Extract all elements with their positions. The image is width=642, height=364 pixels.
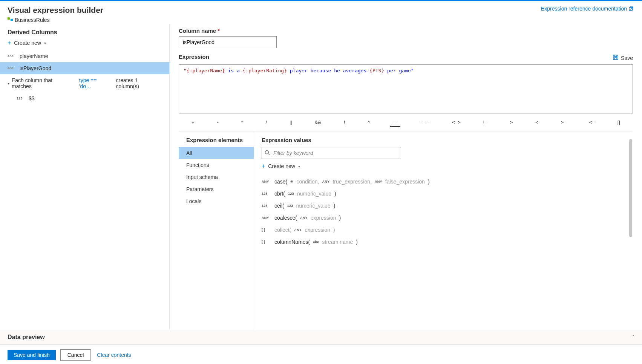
param-name: true_expression,: [332, 179, 372, 185]
pattern-child-item[interactable]: 123 $$: [0, 92, 169, 104]
expression-editor[interactable]: "{:playerName} is a {:playerRating} play…: [179, 64, 633, 113]
op-lt[interactable]: <: [533, 119, 541, 127]
filter-input[interactable]: [262, 147, 401, 159]
fn-name: ceil(: [274, 203, 284, 209]
data-preview-bar[interactable]: Data preview ˄: [0, 330, 642, 344]
header: Visual expression builder BusinessRules …: [0, 1, 642, 24]
param-type: ANY: [375, 180, 382, 184]
type-badge-abc: abc: [8, 66, 16, 70]
param-type: abc: [313, 240, 319, 244]
pattern-prefix: Each column that matches: [12, 77, 73, 89]
op-or[interactable]: ||: [287, 119, 294, 127]
svg-line-4: [268, 154, 270, 155]
fn-name: columnNames(: [274, 239, 310, 245]
pattern-suffix: creates 1 column(s): [116, 77, 162, 89]
external-link-icon: [629, 6, 634, 11]
clear-contents-button[interactable]: Clear contents: [97, 352, 131, 358]
data-preview-title: Data preview: [8, 334, 45, 341]
plus-icon: +: [262, 163, 265, 170]
op-and[interactable]: &&: [313, 119, 323, 127]
doc-link-label: Expression reference documentation: [541, 6, 627, 12]
chevron-down-icon: ▾: [298, 164, 300, 168]
param-type: ✳: [290, 180, 293, 184]
op-gt[interactable]: >: [508, 119, 515, 127]
plus-icon: +: [8, 40, 11, 46]
param-type: ANY: [294, 228, 302, 232]
save-label: Save: [621, 55, 633, 61]
save-icon: [613, 54, 619, 61]
caret-down-icon: ▾: [8, 81, 9, 86]
op-ge[interactable]: >=: [559, 119, 569, 127]
op-not[interactable]: !: [342, 119, 348, 127]
op-eqeq[interactable]: ===: [418, 119, 432, 127]
expression-elements-panel: Expression elements All Functions Input …: [179, 132, 254, 330]
element-functions[interactable]: Functions: [179, 159, 254, 171]
return-type-badge: [ ]: [262, 240, 271, 244]
op-plus[interactable]: +: [189, 119, 197, 127]
create-new-column[interactable]: + Create new ▾: [0, 38, 169, 50]
fn-name: collect(: [274, 227, 291, 233]
value-item-case[interactable]: ANYcase(✳ condition, ANY true_expression…: [262, 176, 625, 188]
derived-columns-title: Derived Columns: [0, 28, 169, 38]
elements-title: Expression elements: [179, 137, 254, 147]
column-item-isPlayerGood[interactable]: abc isPlayerGood: [0, 62, 169, 74]
doc-link[interactable]: Expression reference documentation: [541, 6, 634, 12]
chevron-up-icon[interactable]: ˄: [632, 335, 634, 340]
value-item-columnNames[interactable]: [ ]columnNames(abc stream name): [262, 236, 625, 248]
element-parameters[interactable]: Parameters: [179, 183, 254, 195]
param-name: expression: [305, 227, 330, 233]
column-name-input[interactable]: [179, 36, 277, 48]
pattern-child-label: $$: [29, 95, 35, 101]
scrollbar-thumb[interactable]: [629, 139, 632, 237]
op-neq[interactable]: !=: [481, 119, 490, 127]
svg-point-3: [265, 151, 269, 154]
values-title: Expression values: [262, 137, 625, 143]
op-le[interactable]: <=: [587, 119, 597, 127]
fn-name: cbrt(: [274, 191, 285, 197]
op-eq[interactable]: ==: [390, 119, 400, 127]
element-all[interactable]: All: [179, 147, 254, 159]
fn-name: coalesce(: [274, 215, 297, 221]
pattern-row[interactable]: ▾ Each column that matches type == 'do… …: [0, 74, 169, 92]
expression-label: Expression: [179, 54, 209, 60]
breadcrumb: BusinessRules: [8, 17, 103, 23]
value-item-ceil[interactable]: 123ceil(123 numeric_value): [262, 200, 625, 212]
op-divide[interactable]: /: [264, 119, 270, 127]
type-badge-123: 123: [17, 96, 25, 100]
save-expression-button[interactable]: Save: [613, 54, 633, 61]
element-locals[interactable]: Locals: [179, 195, 254, 207]
return-type-badge: ANY: [262, 216, 271, 220]
return-type-badge: 123: [262, 204, 271, 208]
param-name: condition,: [297, 179, 319, 185]
param-name: numeric_value: [297, 191, 331, 197]
param-type: 123: [287, 204, 293, 208]
value-item-coalesce[interactable]: ANYcoalesce(ANY expression): [262, 212, 625, 224]
value-item-cbrt[interactable]: 123cbrt(123 numeric_value): [262, 188, 625, 200]
column-item-playerName[interactable]: abc playerName: [0, 50, 169, 62]
element-input-schema[interactable]: Input schema: [179, 171, 254, 183]
param-type: ANY: [300, 216, 308, 220]
param-name: false_expression: [385, 179, 425, 185]
op-multiply[interactable]: *: [239, 119, 245, 127]
expression-values-panel: Expression values + Create new ▾ ANYcase…: [254, 132, 633, 330]
op-xor[interactable]: ^: [365, 119, 372, 127]
svg-rect-0: [8, 17, 10, 20]
param-name: numeric_value: [296, 203, 331, 209]
rules-icon: [8, 17, 13, 23]
create-new-value-label: Create new: [268, 163, 295, 169]
param-type: 123: [288, 192, 294, 196]
pattern-condition[interactable]: type == 'do…: [79, 77, 110, 89]
value-item-collect[interactable]: [ ]collect(ANY expression): [262, 224, 625, 236]
cancel-button[interactable]: Cancel: [60, 349, 91, 361]
op-minus[interactable]: -: [215, 119, 221, 127]
sidebar: Derived Columns + Create new ▾ abc playe…: [0, 24, 170, 330]
fn-name: case(: [274, 179, 287, 185]
op-array[interactable]: []: [615, 119, 622, 127]
return-type-badge: ANY: [262, 180, 271, 184]
op-spaceship[interactable]: <=>: [450, 119, 463, 127]
page-title: Visual expression builder: [8, 6, 103, 15]
svg-rect-1: [11, 19, 13, 21]
save-finish-button[interactable]: Save and finish: [8, 350, 56, 360]
column-name-label: playerName: [20, 53, 48, 59]
create-new-value[interactable]: + Create new ▾: [262, 163, 625, 170]
